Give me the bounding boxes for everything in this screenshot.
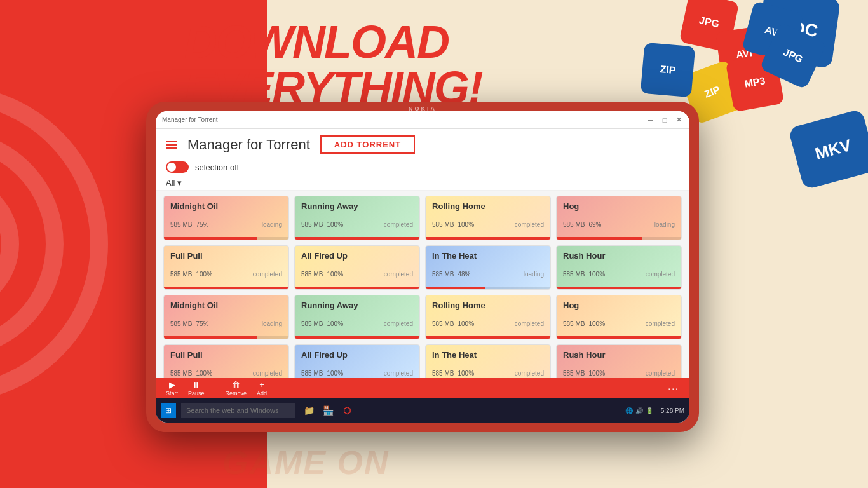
torrent-card[interactable]: Running Away 585 MB 100% completed — [294, 196, 420, 240]
tablet-device: NOKIA Manager for Torrent ─ □ ✕ — [146, 102, 699, 432]
tablet-screen: Manager for Torrent ─ □ ✕ Manager for To… — [156, 111, 689, 423]
pause-label: Pause — [188, 390, 205, 396]
progress-bar-bg — [295, 237, 419, 240]
card-status: completed — [646, 370, 675, 377]
add-label: Add — [257, 390, 267, 396]
torrent-card[interactable]: Midnight Oil 585 MB 75% loading — [163, 196, 289, 240]
hero-text-block: DOWNLOAD EVERYTHING! — [184, 19, 482, 111]
torrent-card[interactable]: Rolling Home 585 MB 100% completed — [425, 196, 551, 240]
card-pct: 69% — [588, 221, 601, 228]
progress-bar-bg — [426, 336, 550, 339]
torrent-card[interactable]: Full Pull 585 MB 100% completed — [163, 245, 289, 290]
progress-bar-bg — [557, 287, 681, 289]
add-torrent-button[interactable]: ADD TORRENT — [320, 135, 415, 154]
add-action[interactable]: + Add — [257, 380, 267, 396]
file-explorer-icon[interactable]: 📁 — [301, 402, 317, 419]
more-button[interactable]: ··· — [668, 383, 679, 393]
start-button[interactable]: ⊞ — [161, 403, 176, 418]
card-meta: 585 MB 100% completed — [563, 320, 675, 327]
card-size: 585 MB — [563, 221, 585, 228]
app-header: Manager for Torrent ADD TORRENT — [156, 129, 689, 158]
card-meta: 585 MB 100% completed — [170, 271, 282, 278]
card-title: Rush Hour — [563, 350, 675, 360]
progress-bar-fill — [295, 287, 419, 289]
volume-icon: 🔊 — [635, 407, 643, 414]
card-status: completed — [646, 271, 675, 278]
card-pct: 100% — [458, 320, 474, 327]
menu-line-2 — [166, 144, 177, 146]
card-size: 585 MB — [563, 271, 585, 278]
progress-bar-fill — [426, 237, 550, 240]
card-title: Running Away — [301, 301, 413, 310]
card-title: Midnight Oil — [170, 301, 282, 310]
start-action[interactable]: ▶ Start — [166, 380, 178, 396]
torrent-card[interactable]: Rush Hour 585 MB 100% completed — [556, 245, 682, 290]
progress-bar-bg — [164, 287, 288, 289]
torrent-card[interactable]: Hog 585 MB 100% completed — [556, 295, 682, 339]
card-pct: 100% — [327, 221, 343, 228]
add-icon: + — [259, 380, 264, 390]
card-status: loading — [262, 320, 282, 327]
torrent-card[interactable]: Rolling Home 585 MB 100% completed — [425, 295, 551, 339]
filter-label[interactable]: All — [166, 178, 175, 187]
torrent-card[interactable]: Running Away 585 MB 100% completed — [294, 295, 420, 339]
progress-bar-bg — [426, 237, 550, 240]
card-meta: 585 MB 100% completed — [301, 370, 413, 377]
windows-taskbar: ⊞ 📁 🏪 ⬡ 🌐 🔊 🔋 5:28 PM — [156, 398, 689, 423]
progress-bar-fill — [557, 287, 681, 289]
card-size: 585 MB — [563, 320, 585, 327]
progress-bar-fill — [426, 287, 485, 289]
minimize-button[interactable]: ─ — [646, 116, 655, 125]
taskbar-search[interactable] — [181, 403, 295, 418]
torrent-card[interactable]: In The Heat 585 MB 48% loading — [425, 245, 551, 290]
game-on-watermark: GAME ON — [222, 444, 389, 482]
card-meta: 585 MB 100% completed — [563, 271, 675, 278]
sys-tray-icons: 🌐 🔊 🔋 — [625, 407, 653, 414]
card-meta: 585 MB 100% completed — [301, 221, 413, 228]
selection-toggle[interactable] — [166, 161, 189, 173]
close-button[interactable]: ✕ — [674, 116, 683, 125]
torrent-card[interactable]: Midnight Oil 585 MB 75% loading — [163, 295, 289, 339]
pause-action[interactable]: ⏸ Pause — [188, 380, 205, 396]
taskbar-pinned-icons: 📁 🏪 ⬡ — [301, 402, 355, 419]
screen-inner: Manager for Torrent ─ □ ✕ Manager for To… — [156, 111, 689, 423]
card-size: 585 MB — [432, 320, 454, 327]
app-title: Manager for Torrent — [187, 137, 310, 153]
card-pct: 100% — [327, 370, 343, 377]
start-label: Start — [166, 390, 178, 396]
torrent-card[interactable]: All Fired Up 585 MB 100% completed — [294, 245, 420, 290]
badge-zip-2: ZIP — [641, 43, 696, 98]
remove-icon: 🗑 — [232, 380, 240, 390]
card-title: All Fired Up — [301, 350, 413, 360]
card-title: Midnight Oil — [170, 201, 282, 211]
card-size: 585 MB — [432, 271, 454, 278]
selection-label: selection off — [195, 163, 239, 172]
card-meta: 585 MB 100% completed — [563, 370, 675, 377]
remove-action[interactable]: 🗑 Remove — [226, 380, 247, 396]
card-pct: 100% — [196, 370, 212, 377]
store-icon[interactable]: 🏪 — [320, 402, 336, 419]
torrent-grid: Midnight Oil 585 MB 75% loading Running … — [156, 191, 689, 394]
card-title: Full Pull — [170, 350, 282, 360]
card-status: completed — [384, 221, 413, 228]
hamburger-menu[interactable] — [166, 141, 177, 149]
progress-bar-bg — [557, 336, 681, 339]
battery-icon: 🔋 — [646, 407, 653, 414]
filter-chevron[interactable]: ▾ — [177, 178, 182, 187]
maximize-button[interactable]: □ — [660, 116, 669, 125]
window-controls[interactable]: ─ □ ✕ — [646, 116, 683, 125]
card-status: completed — [253, 370, 282, 377]
progress-bar-fill — [557, 237, 642, 240]
card-pct: 75% — [196, 320, 208, 327]
card-pct: 100% — [327, 271, 343, 278]
nokia-label: NOKIA — [409, 105, 437, 112]
card-meta: 585 MB 69% loading — [563, 221, 675, 228]
card-size: 585 MB — [170, 370, 192, 377]
card-size: 585 MB — [301, 221, 323, 228]
card-size: 585 MB — [170, 320, 192, 327]
progress-bar-fill — [295, 336, 419, 339]
card-size: 585 MB — [432, 370, 454, 377]
card-status: completed — [384, 370, 413, 377]
app-icon[interactable]: ⬡ — [339, 402, 355, 419]
torrent-card[interactable]: Hog 585 MB 69% loading — [556, 196, 682, 240]
